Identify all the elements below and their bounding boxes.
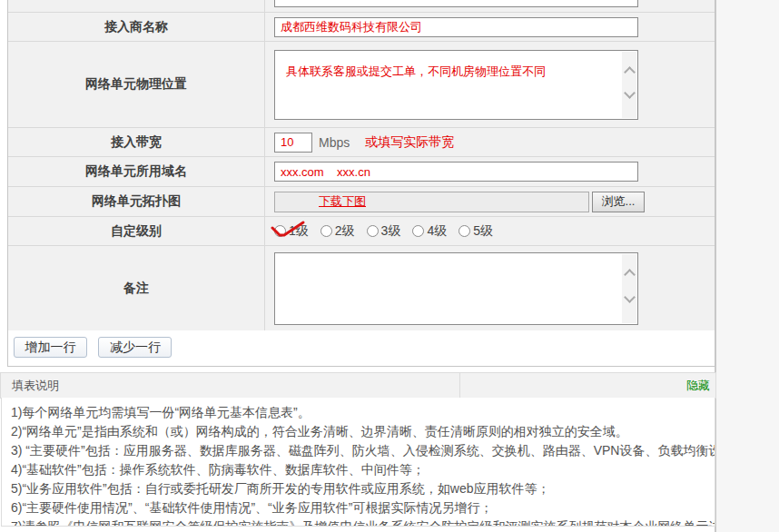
remark-label: 备注 [8,246,265,330]
form-row-level: 自定级别 1级 2级 3级 [8,217,715,246]
radio-circle-icon[interactable] [459,225,470,237]
topology-file-field[interactable]: 下载下图 [274,192,589,212]
notes-body: 1)每个网络单元均需填写一份“网络单元基本信息表”。 2)“网络单元”是指由系统… [1,398,715,527]
note-line: 7)请参照《电信网和互联网安全等级保护实施指南》及增值电信业务系统安全防护定级和… [11,517,707,527]
note-line: 4)“基础软件”包括：操作系统软件、防病毒软件、数据库软件、中间件等； [11,460,707,479]
form-row-domains: 网络单元所用域名 [8,157,715,187]
radio-circle-icon[interactable] [274,225,286,237]
remark-scrollbar[interactable] [622,254,636,323]
partial-row-label [8,0,265,12]
scroll-down-icon[interactable] [626,294,633,301]
scroll-up-icon[interactable] [626,66,633,74]
bandwidth-label: 接入带宽 [8,128,265,156]
form-row-remark: 备注 [8,246,715,330]
remark-textarea[interactable] [275,253,637,324]
note-line: 1)每个网络单元均需填写一份“网络单元基本信息表”。 [11,403,707,422]
scroll-down-icon[interactable] [626,90,633,97]
radio-level-5[interactable]: 5级 [459,223,493,240]
remove-row-button[interactable]: 减少一行 [98,337,172,358]
provider-label: 接入商名称 [8,13,265,41]
notes-title: 填表说明 [1,373,460,398]
scroll-up-icon[interactable] [626,269,633,276]
radio-circle-icon[interactable] [367,225,379,237]
notes-header-bar: 填表说明 隐藏 [0,372,716,399]
radio-level-2[interactable]: 2级 [320,223,355,240]
radio-level-1-label: 1级 [289,223,309,240]
network-unit-form: 接入商名称 网络单元物理位置 具体联系客服或提交工单，不同机房物理位置不同 接入… [7,0,715,367]
location-textarea[interactable]: 具体联系客服或提交工单，不同机房物理位置不同 [275,51,637,119]
form-row-partial [8,0,715,13]
note-line: 2)“网络单元”是指由系统和（或）网络构成的，符合业务清晰、边界清晰、责任清晰原… [11,422,707,441]
radio-level-5-label: 5级 [473,223,493,240]
radio-level-3[interactable]: 3级 [367,223,401,240]
radio-level-4[interactable]: 4级 [412,223,447,240]
page-content: 接入商名称 网络单元物理位置 具体联系客服或提交工单，不同机房物理位置不同 接入… [0,0,716,532]
note-line: 3) “主要硬件”包括：应用服务器、数据库服务器、磁盘阵列、防火墙、入侵检测系统… [11,441,707,460]
form-row-topology: 网络单元拓扑图 下载下图 浏览... [8,187,715,217]
radio-level-1[interactable]: 1级 [274,223,309,240]
radio-circle-icon[interactable] [320,225,332,237]
note-line: 6)“主要硬件使用情况”、“基础软件使用情况”、“业务应用软件”可根据实际情况另… [11,498,707,517]
form-actions-bar: 增加一行 减少一行 [8,330,715,366]
bandwidth-unit: Mbps [319,135,350,150]
radio-level-4-label: 4级 [427,223,447,240]
browse-button[interactable]: 浏览... [592,192,645,212]
form-row-bandwidth: 接入带宽 Mbps 或填写实际带宽 [8,128,715,157]
hide-notes-link[interactable]: 隐藏 [686,378,710,394]
level-label: 自定级别 [8,217,265,245]
domains-label: 网络单元所用域名 [8,157,265,186]
bandwidth-hint: 或填写实际带宽 [365,134,454,151]
location-scrollbar[interactable] [622,52,636,118]
domains-input[interactable] [274,162,638,182]
radio-level-2-label: 2级 [335,223,355,240]
radio-level-3-label: 3级 [381,223,401,240]
form-row-provider: 接入商名称 [8,13,715,42]
form-row-location: 网络单元物理位置 具体联系客服或提交工单，不同机房物理位置不同 [8,42,715,128]
download-image-link[interactable]: 下载下图 [319,193,366,210]
partial-row-input[interactable] [274,0,638,7]
provider-input[interactable] [274,17,638,37]
radio-circle-icon[interactable] [412,225,424,237]
add-row-button[interactable]: 增加一行 [14,337,87,358]
location-label: 网络单元物理位置 [8,42,265,127]
note-line: 5)“业务应用软件”包括：自行或委托研发厂商所开发的专用软件或应用系统，如web… [11,479,707,498]
level-radio-group: 1级 2级 3级 4级 [274,223,505,240]
bandwidth-input[interactable] [274,133,312,153]
topology-label: 网络单元拓扑图 [8,187,265,216]
